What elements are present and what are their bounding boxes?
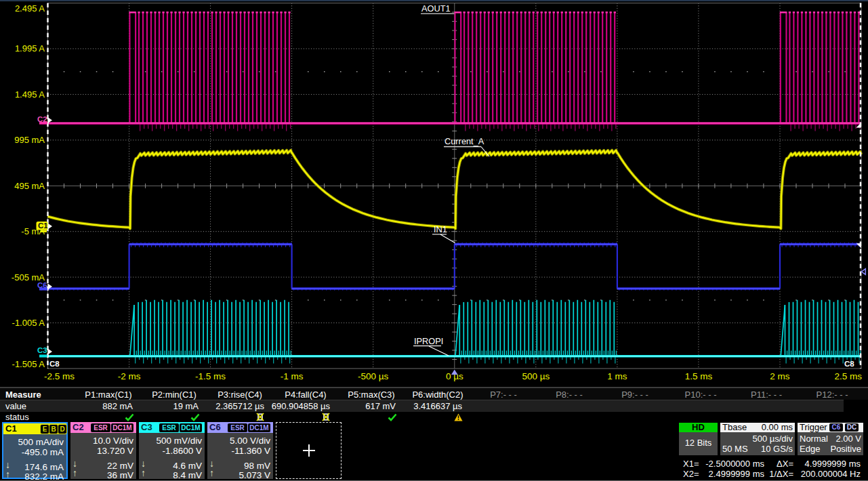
- svg-text:-2 ms: -2 ms: [118, 371, 141, 381]
- svg-text:AOUT1: AOUT1: [421, 3, 451, 14]
- svg-text:2.495 A: 2.495 A: [15, 3, 45, 14]
- svg-text:500 µs: 500 µs: [522, 371, 550, 381]
- svg-text:2 ms: 2 ms: [770, 371, 790, 381]
- svg-text:-505 mA: -505 mA: [12, 272, 45, 283]
- svg-text:-5 mA: -5 mA: [21, 226, 45, 236]
- svg-text:2.5 ms: 2.5 ms: [834, 371, 862, 381]
- svg-text:1.995 A: 1.995 A: [15, 43, 45, 54]
- svg-text:C2: C2: [37, 115, 47, 123]
- svg-text:-1.005 A: -1.005 A: [12, 318, 45, 328]
- svg-text:IPROPI: IPROPI: [414, 336, 443, 346]
- svg-text:-1 ms: -1 ms: [281, 371, 304, 381]
- svg-text:C8: C8: [844, 360, 854, 368]
- svg-text:995 mA: 995 mA: [14, 135, 45, 145]
- svg-text:0 µs: 0 µs: [446, 371, 463, 381]
- svg-text:Current_A: Current_A: [445, 136, 484, 146]
- svg-text:IN1: IN1: [434, 224, 447, 234]
- svg-text:-2.5 ms: -2.5 ms: [44, 371, 75, 381]
- svg-text:1 ms: 1 ms: [607, 371, 627, 381]
- svg-text:C8: C8: [49, 360, 60, 368]
- svg-text:-500 µs: -500 µs: [358, 371, 389, 381]
- svg-text:C3: C3: [37, 346, 47, 354]
- svg-text:1.495 A: 1.495 A: [15, 89, 45, 100]
- svg-text:C6: C6: [37, 281, 47, 289]
- svg-text:-1.5 ms: -1.5 ms: [195, 371, 226, 381]
- svg-text:495 mA: 495 mA: [14, 181, 45, 191]
- svg-text:-1.505 A: -1.505 A: [12, 359, 45, 369]
- svg-text:1.5 ms: 1.5 ms: [685, 371, 713, 381]
